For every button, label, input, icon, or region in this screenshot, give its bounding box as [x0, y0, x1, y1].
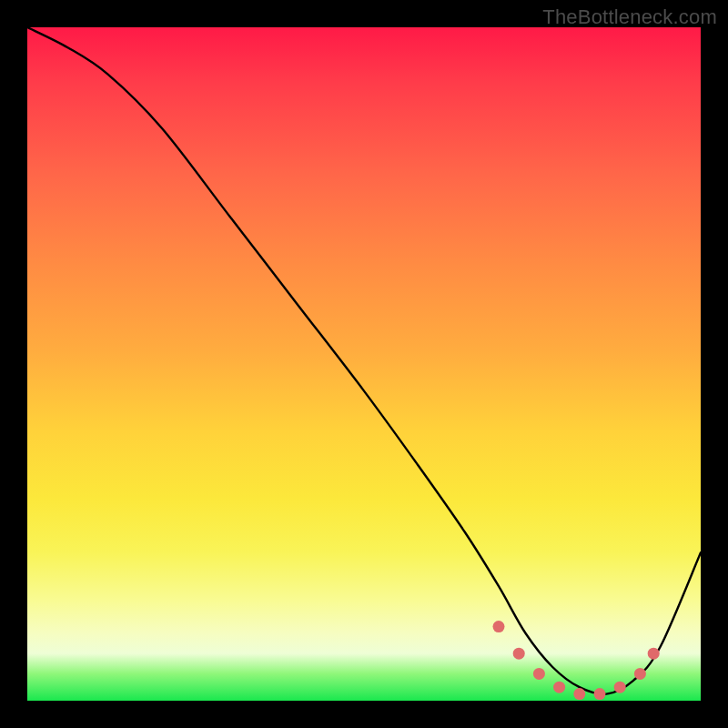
- plot-area: [27, 27, 701, 701]
- optimal-dot: [594, 688, 606, 700]
- optimal-dot: [513, 648, 525, 660]
- optimal-dot: [553, 682, 565, 693]
- watermark-text: TheBottleneck.com: [542, 5, 717, 29]
- chart-frame: TheBottleneck.com: [0, 0, 728, 728]
- optimal-dot: [573, 688, 585, 700]
- curve-layer: [27, 27, 701, 701]
- optimal-range-dots: [493, 621, 660, 700]
- bottleneck-curve-line: [27, 27, 701, 694]
- optimal-dot: [634, 668, 646, 680]
- optimal-dot: [533, 668, 545, 680]
- optimal-dot: [614, 682, 626, 693]
- optimal-dot: [493, 621, 505, 632]
- optimal-dot: [648, 648, 660, 660]
